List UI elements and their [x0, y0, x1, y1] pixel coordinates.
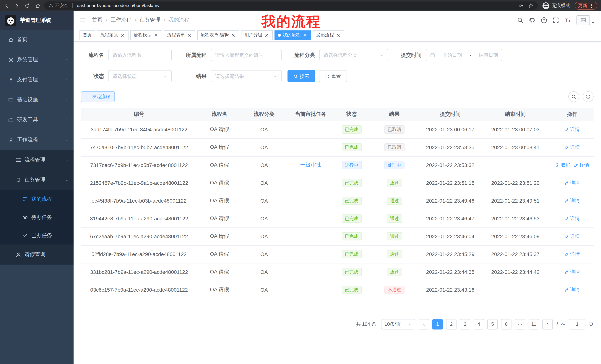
sidebar-item-task-mgmt[interactable]: 任务管理	[0, 170, 74, 190]
sidebar-item-workflow[interactable]: 工作流程	[0, 130, 74, 150]
tab-my-process[interactable]: 我的流程	[274, 30, 311, 40]
refresh-table-button[interactable]	[583, 91, 594, 102]
result-badge: 通过	[387, 268, 402, 276]
breadcrumb-item[interactable]: 首页	[92, 17, 102, 23]
hamburger-icon[interactable]	[80, 17, 86, 23]
forward-button[interactable]	[14, 3, 20, 8]
address-bar[interactable]: 不安全 dashboard.yudao.iocoder.cn/bpm/task/…	[44, 1, 538, 10]
current-task-link[interactable]: 一级审批	[300, 162, 321, 168]
cell-category: OA	[242, 192, 287, 210]
home-button[interactable]	[35, 3, 40, 8]
pagination-page-4[interactable]: 4	[474, 319, 484, 329]
pagination-page-6[interactable]: 6	[501, 319, 511, 329]
key-icon[interactable]	[519, 3, 524, 8]
tab-user-group[interactable]: 用户分组	[241, 30, 273, 40]
pagination-page-3[interactable]: 3	[460, 319, 470, 329]
detail-link[interactable]: 详情	[565, 269, 580, 275]
detail-link[interactable]: 详情	[565, 215, 580, 222]
incognito-badge[interactable]: 无痕模式	[542, 2, 570, 9]
sidebar-item-my-process[interactable]: 我的流程	[0, 190, 74, 208]
sidebar-item-infra[interactable]: 基础设施	[0, 90, 74, 110]
pagination-next-button[interactable]	[542, 319, 553, 329]
font-size-icon[interactable]: TT	[565, 17, 571, 23]
process-name-input[interactable]	[109, 49, 172, 61]
process-def-input[interactable]	[211, 49, 281, 61]
sidebar-item-payment[interactable]: ¥支付管理	[0, 70, 74, 90]
detail-link[interactable]: 详情	[565, 126, 580, 133]
status-select[interactable]: 请选择状态	[109, 70, 172, 82]
reset-button[interactable]: 重置	[319, 70, 347, 82]
sidebar-item-todo-tasks[interactable]: 待办任务	[0, 208, 74, 226]
page-size-select[interactable]: 10条/页	[381, 319, 415, 329]
breadcrumb-item: 我的流程	[169, 17, 189, 23]
detail-link[interactable]: 详情	[565, 287, 580, 293]
detail-link[interactable]: 详情	[565, 233, 580, 240]
cell-result: 已取消	[368, 138, 421, 156]
app-logo-row[interactable]: 芋道管理系统	[0, 11, 74, 30]
sidebar-item-leave-query[interactable]: 请假查询	[0, 245, 74, 265]
cell-id: 819442e8-7b9a-11ec-a290-acde48001122	[81, 210, 197, 228]
menu-dots-icon[interactable]	[589, 3, 594, 8]
status-badge: 已完成	[341, 197, 362, 205]
bookmark-star-icon[interactable]	[528, 3, 533, 8]
cell-category: OA	[242, 210, 287, 228]
back-button[interactable]	[4, 3, 9, 8]
pagination-more-button[interactable]	[515, 319, 525, 329]
start-process-button[interactable]: 发起流程	[81, 91, 115, 102]
search-icon[interactable]	[517, 17, 523, 23]
reload-button[interactable]	[25, 3, 30, 8]
breadcrumb-item[interactable]: 工作流程	[111, 17, 131, 23]
search-button[interactable]: 搜索	[288, 70, 315, 82]
detail-link-label: 详情	[580, 162, 589, 168]
category-select[interactable]: 请选择流程分类	[320, 49, 388, 61]
pagination-page-2[interactable]: 2	[446, 319, 457, 329]
pagination-page-11[interactable]: 11	[529, 319, 539, 329]
cancel-link[interactable]: 取消	[555, 162, 570, 168]
pagination-page-5[interactable]: 5	[487, 319, 498, 329]
search-button-label: 搜索	[300, 73, 310, 80]
github-icon[interactable]	[529, 17, 535, 23]
cell-end-time: 2022-01-23 00:08:41	[480, 138, 551, 156]
sidebar-item-process-mgmt[interactable]: 流程管理	[0, 150, 74, 170]
tab-process-model[interactable]: 流程模型	[130, 30, 162, 40]
sidebar-item-done-tasks[interactable]: 已办任务	[0, 226, 74, 245]
security-warning[interactable]: 不安全	[49, 2, 68, 9]
tab-start-process[interactable]: 发起流程	[313, 30, 344, 40]
sidebar-item-system[interactable]: 系统管理	[0, 50, 74, 70]
tab-process-form[interactable]: 流程表单	[164, 30, 195, 40]
cell-id: 2152467e-7b9b-11ec-9a1b-acde48001122	[81, 174, 197, 192]
pagination-jump-input[interactable]	[569, 319, 585, 329]
sidebar-item-home[interactable]: 首页	[0, 30, 74, 50]
tab-home[interactable]: 首页	[80, 30, 95, 40]
avatar[interactable]	[576, 15, 595, 25]
sidebar-item-devtools[interactable]: 研发工具	[0, 110, 74, 130]
cell-submit-time: 2022-01-23 00:06:17	[421, 121, 480, 138]
url-text: dashboard.yudao.iocoder.cn/bpm/task/my	[77, 3, 516, 8]
detail-link[interactable]: 详情	[565, 144, 580, 151]
pagination-page-1[interactable]: 1	[432, 319, 443, 329]
detail-link[interactable]: 详情	[574, 162, 589, 168]
help-icon[interactable]	[541, 17, 547, 23]
toggle-search-button[interactable]	[568, 91, 579, 102]
detail-link[interactable]: 详情	[565, 251, 580, 258]
fullscreen-icon[interactable]	[553, 17, 559, 23]
cell-id: 67c2eaab-7b9a-11ec-a290-acde48001122	[81, 228, 197, 245]
status-badge: 已完成	[341, 143, 362, 151]
cell-process-name: OA 请假	[197, 263, 242, 281]
cell-category: OA	[242, 263, 287, 281]
date-range-picker[interactable]: 开始日期 - 结束日期	[426, 49, 502, 61]
tab-process-definition[interactable]: 流程定义	[97, 30, 129, 40]
cell-end-time: 2022-01-22 23:45:37	[480, 245, 551, 263]
breadcrumb-item[interactable]: 任务管理	[140, 17, 160, 23]
cell-current-task	[286, 245, 335, 263]
tab-process-form-edit[interactable]: 流程表单-编辑	[197, 30, 239, 40]
cell-actions: 详情	[551, 228, 594, 245]
warning-icon	[49, 3, 53, 8]
caret-down-icon[interactable]	[591, 21, 595, 25]
edit-icon	[565, 270, 569, 274]
detail-link[interactable]: 详情	[565, 180, 580, 186]
result-select[interactable]: 请选择流结果	[211, 70, 281, 82]
pagination-prev-button[interactable]	[419, 319, 429, 329]
update-button[interactable]: 更新	[575, 2, 597, 10]
detail-link[interactable]: 详情	[565, 197, 580, 204]
